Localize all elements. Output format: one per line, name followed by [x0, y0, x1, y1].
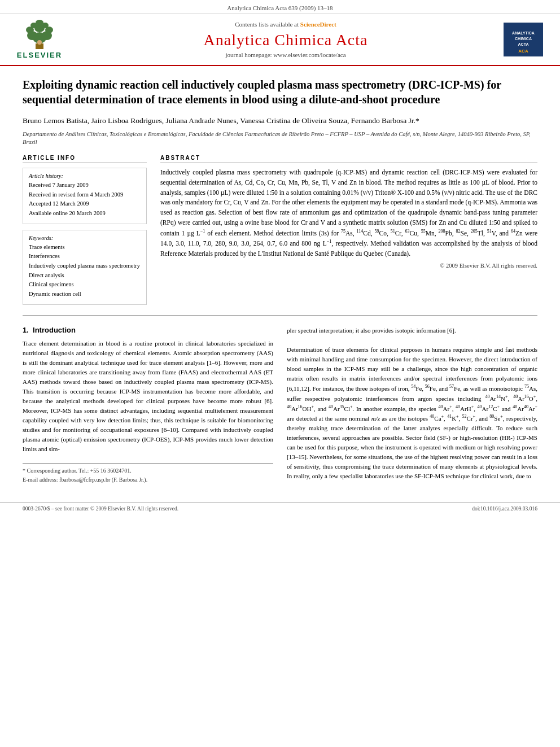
journal-title-block: Contents lists available at ScienceDirec…: [68, 21, 504, 58]
email-note: E-mail address: fbarbosa@fcfrp.usp.br (F…: [23, 476, 273, 484]
bottom-bar: 0003-2670/$ – see front matter © 2009 El…: [0, 502, 560, 515]
online-date: Available online 20 March 2009: [29, 209, 141, 218]
journal-volume: Analytica Chimica Acta 639 (2009) 13–18: [227, 5, 333, 11]
accepted-date: Accepted 12 March 2009: [29, 200, 141, 208]
svg-point-11: [37, 40, 42, 45]
abstract-text: Inductively coupled plasma mass spectrom…: [160, 168, 537, 259]
intro-heading: 1. Introduction: [23, 326, 273, 334]
homepage-text: journal homepage: www.elsevier.com/locat…: [225, 51, 345, 58]
svg-text:CHIMICA: CHIMICA: [515, 37, 532, 41]
footnote-area: * Corresponding author. Tel.: +55 16 360…: [23, 463, 273, 484]
section-divider: [23, 315, 537, 316]
article-metadata-section: Article Info Article history: Received 7…: [23, 155, 537, 305]
elsevier-tree-icon: [20, 20, 59, 51]
intro-right-col: pler spectral interpretation; it also pr…: [287, 326, 537, 486]
intro-left-text: Trace element determination in blood is …: [23, 339, 273, 455]
keyword-6: Dynamic reaction cell: [29, 290, 141, 299]
elsevier-logo: ELSEVIER: [11, 20, 68, 59]
keywords-heading: Keywords:: [29, 235, 141, 241]
svg-text:ANALYTICA: ANALYTICA: [512, 31, 535, 35]
journal-header: ELSEVIER Contents lists available at Sci…: [0, 14, 560, 66]
article-info-label: Article Info: [23, 155, 147, 163]
svg-point-9: [36, 20, 43, 25]
authors: Bruno Lemos Batista, Jairo Lisboa Rodrig…: [23, 115, 537, 127]
svg-text:ACA: ACA: [518, 49, 528, 54]
article-info-box: Article history: Received 7 January 2009…: [23, 168, 147, 224]
svg-text:ACTA: ACTA: [518, 42, 529, 46]
received-date: Received 7 January 2009: [29, 181, 141, 190]
affiliation: Departamento de Análises Clínicas, Toxic…: [23, 130, 537, 147]
keyword-4: Direct analysis: [29, 272, 141, 280]
keyword-5: Clinical specimens: [29, 281, 141, 289]
journal-citation: Analytica Chimica Acta 639 (2009) 13–18: [0, 0, 560, 14]
journal-homepage: journal homepage: www.elsevier.com/locat…: [68, 51, 504, 58]
journal-logo-right: ANALYTICA CHIMICA ACTA ACA: [504, 23, 543, 56]
keyword-1: Trace elements: [29, 243, 141, 252]
left-metadata-col: Article Info Article history: Received 7…: [23, 155, 147, 305]
intro-section: 1. Introduction Trace element determinat…: [23, 326, 537, 486]
keyword-3: Inductively coupled plasma mass spectrom…: [29, 262, 141, 270]
revised-date: Received in revised form 4 March 2009: [29, 191, 141, 199]
bottom-left-text: 0003-2670/$ – see front matter © 2009 El…: [23, 506, 178, 512]
sciencedirect-line: Contents lists available at ScienceDirec…: [68, 21, 504, 28]
intro-left-col: 1. Introduction Trace element determinat…: [23, 326, 273, 486]
sciencedirect-link[interactable]: ScienceDirect: [300, 21, 336, 28]
intro-right-text: pler spectral interpretation; it also pr…: [287, 326, 537, 481]
article-history-heading: Article history:: [29, 173, 141, 179]
abstract-col: Abstract Inductively coupled plasma mass…: [160, 155, 537, 305]
elsevier-wordmark: ELSEVIER: [17, 51, 62, 59]
article-title: Exploiting dynamic reaction cell inducti…: [23, 77, 537, 107]
keywords-box: Keywords: Trace elements Interferences I…: [23, 230, 147, 305]
abstract-label: Abstract: [160, 155, 537, 163]
main-content: Exploiting dynamic reaction cell inducti…: [0, 66, 560, 496]
keyword-2: Interferences: [29, 252, 141, 261]
page: Analytica Chimica Acta 639 (2009) 13–18: [0, 0, 560, 747]
corresponding-author-note: * Corresponding author. Tel.: +55 16 360…: [23, 467, 273, 475]
journal-name: Analytica Chimica Acta: [68, 31, 504, 49]
copyright: © 2009 Elsevier B.V. All rights reserved…: [160, 263, 537, 269]
operated-word: operated: [391, 199, 413, 206]
doi-text: doi:10.1016/j.aca.2009.03.016: [472, 506, 537, 512]
